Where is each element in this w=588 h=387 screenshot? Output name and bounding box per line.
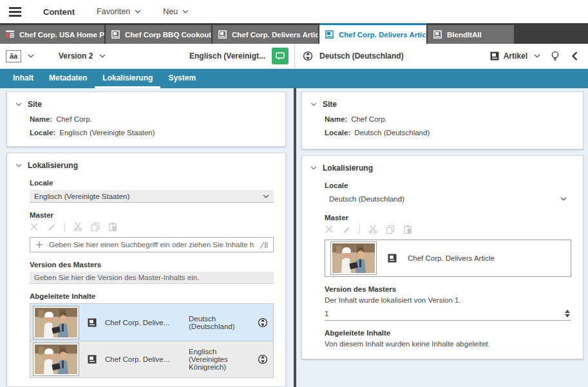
master-version-input[interactable] [30, 272, 274, 284]
paste-icon[interactable] [108, 222, 117, 231]
chevron-down-icon [15, 164, 22, 167]
site-name-row: Name:Chef Corp. [30, 115, 276, 123]
step-down-icon[interactable] [565, 314, 570, 317]
favorites-menu[interactable]: Favoriten [97, 7, 141, 16]
chevron-down-icon [560, 197, 567, 201]
site-name-row: Name:Chef Corp. [325, 115, 574, 123]
item-title: Chef Corp. Delive... [105, 355, 181, 363]
article-icon [387, 253, 397, 263]
locale-select[interactable]: Englisch (Vereinigte Staaten) [30, 190, 274, 203]
hamburger-menu-icon[interactable] [9, 7, 21, 17]
step-up-icon[interactable] [565, 310, 570, 313]
right-site-card: Site Name:Chef Corp. Locale:Deutsch (Deu… [301, 91, 583, 149]
chevron-down-icon [182, 10, 189, 14]
section-title: Site [28, 100, 42, 109]
article-icon [325, 30, 334, 39]
tab-chef-corp-delivers-article-2[interactable]: Chef Corp. Delivers Article × [319, 23, 426, 44]
derived-contents-label: Abgeleitete Inhalte [325, 329, 571, 337]
section-title: Lokalisierung [323, 164, 373, 173]
list-item-derived-en-gb[interactable]: Chef Corp. Delive... Englisch (Vereinigt… [30, 341, 273, 377]
section-title: Site [323, 100, 337, 109]
tab-label: BlendItAll [447, 31, 482, 39]
article-icon [433, 30, 442, 39]
top-app-bar: Content Favoriten Neu [0, 0, 588, 23]
tab-label: Chef Corp. USA Home Pa... [19, 31, 104, 39]
new-menu-label: Neu [163, 7, 178, 16]
derived-contents-list: Chef Corp. Delive... Deutsch (Deutschlan… [30, 303, 274, 378]
master-item-title: Chef Corp. Delivers Article [408, 254, 495, 262]
favorites-menu-label: Favoriten [97, 7, 130, 16]
item-locale: Englisch (Vereinigtes Königreich) [189, 348, 250, 371]
stepper-arrows[interactable] [564, 310, 571, 317]
comment-icon[interactable] [272, 48, 289, 64]
localization-section-header[interactable]: Lokalisierung [15, 159, 276, 171]
form-navbar: Inhalt Metadaten Lokalisierung System [0, 69, 588, 88]
master-version-label: Version des Masters [30, 261, 274, 269]
left-localization-card: Lokalisierung Locale Englisch (Vereinigt… [6, 153, 286, 387]
cut-icon[interactable] [368, 225, 377, 234]
tab-inhalt[interactable]: Inhalt [5, 69, 41, 88]
sync-globe-icon [303, 51, 313, 61]
left-compare-pane: Site Name:Chef Corp. Locale:Englisch (Ve… [0, 88, 294, 387]
lightbulb-icon[interactable] [549, 50, 561, 62]
master-content-item[interactable]: Chef Corp. Delivers Article [325, 240, 571, 277]
remove-icon[interactable] [325, 225, 334, 234]
master-version-value-input[interactable] [325, 310, 564, 317]
site-section-header[interactable]: Site [310, 98, 574, 109]
tab-label: Chef Corp BBQ Cookout ... [125, 31, 211, 39]
new-menu[interactable]: Neu [163, 7, 189, 16]
left-site-card: Site Name:Chef Corp. Locale:Englisch (Ve… [6, 91, 286, 147]
tab-blenditall[interactable]: BlendItAll [428, 25, 514, 44]
tab-metadaten[interactable]: Metadaten [41, 69, 95, 88]
tab-chef-corp-usa-home[interactable]: Chef Corp. USA Home Pa... [0, 25, 104, 44]
master-field-label: Master [325, 214, 571, 222]
master-search-input[interactable] [49, 241, 254, 249]
site-section-header[interactable]: Site [15, 98, 276, 109]
tab-system[interactable]: System [160, 69, 204, 88]
toolbar-right-pane: Deutsch (Deutschland) Artikel [295, 44, 588, 68]
localization-section-header[interactable]: Lokalisierung [310, 162, 574, 173]
chevron-down-icon [534, 54, 540, 58]
chevron-down-icon [15, 102, 22, 106]
edit-icon[interactable] [342, 225, 351, 234]
split-content-area: Site Name:Chef Corp. Locale:Englisch (Ve… [0, 88, 588, 387]
paste-icon[interactable] [403, 225, 412, 234]
right-edit-pane: Site Name:Chef Corp. Locale:Deutsch (Deu… [296, 88, 588, 387]
master-search-field[interactable] [30, 237, 274, 252]
article-icon [218, 30, 227, 39]
copy-icon[interactable] [386, 225, 395, 234]
edit-icon[interactable] [47, 222, 56, 231]
studio-app: Content Favoriten Neu Chef Corp. USA Hom… [0, 0, 588, 387]
article-icon [489, 51, 500, 61]
master-version-label: Version des Masters [325, 285, 571, 293]
toolbar-left-pane: āa Version 2 Englisch (Vereinigt... [0, 44, 295, 68]
tab-lokalisierung[interactable]: Lokalisierung [95, 69, 160, 88]
language-compare-icon[interactable]: āa [6, 50, 21, 62]
master-version-stepper[interactable] [325, 307, 571, 321]
app-title: Content [43, 7, 75, 17]
remove-icon[interactable] [30, 222, 39, 231]
right-localization-card: Lokalisierung Locale Deutsch (Deutschlan… [301, 155, 583, 359]
content-type-label[interactable]: Artikel [504, 52, 527, 61]
chevron-down-icon [263, 194, 269, 198]
derived-empty-text: Von diesem Inhalt wurden keine Inhalte a… [325, 340, 574, 348]
chef-photo-thumbnail [35, 308, 77, 337]
sync-globe-icon [258, 354, 268, 364]
chevron-down-icon [135, 10, 141, 14]
chevron-down-icon [99, 54, 106, 58]
cut-icon[interactable] [73, 222, 82, 231]
copy-icon[interactable] [91, 222, 100, 231]
document-toolbar: āa Version 2 Englisch (Vereinigt... Deut… [0, 44, 588, 69]
collapse-left-icon[interactable] [570, 51, 580, 61]
site-locale-row: Locale:Deutsch (Deutschland) [325, 129, 574, 137]
version-selector-label[interactable]: Version 2 [59, 52, 93, 61]
tab-label: Chef Corp. Delivers Article [232, 31, 318, 39]
locale-field-label: Locale [325, 182, 571, 189]
article-icon [87, 354, 97, 364]
locale-select[interactable]: Deutsch (Deutschland) [325, 193, 571, 205]
tab-chef-corp-delivers-article-1[interactable]: Chef Corp. Delivers Article [213, 25, 318, 44]
list-item-derived-de[interactable]: Chef Corp. Delive... Deutsch (Deutschlan… [30, 304, 273, 341]
chevron-down-icon [310, 166, 317, 170]
filter-icon[interactable] [260, 241, 268, 249]
tab-chef-corp-bbq-cookout[interactable]: Chef Corp BBQ Cookout ... [106, 25, 211, 44]
